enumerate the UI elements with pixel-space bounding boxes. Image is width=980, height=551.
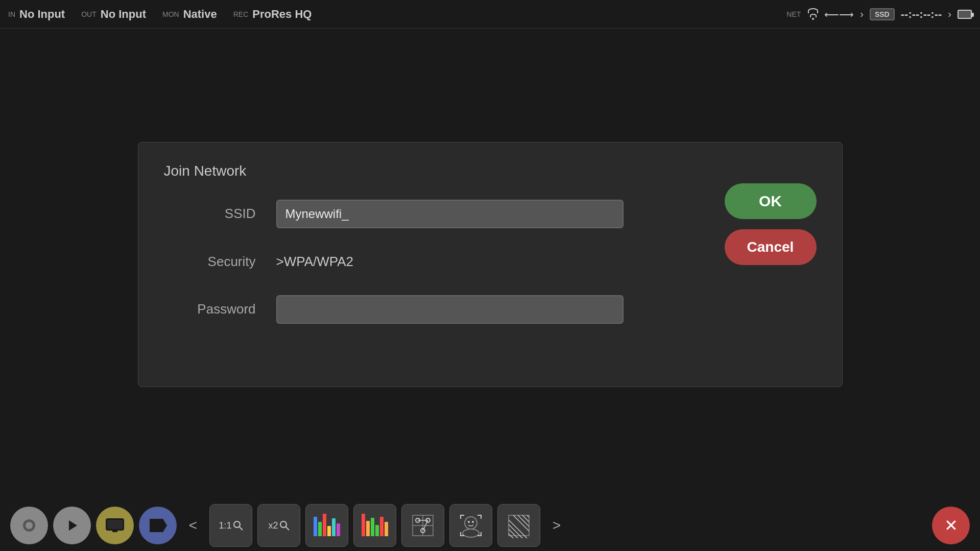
prev-button[interactable]: <	[182, 514, 204, 537]
in-value: No Input	[19, 8, 65, 21]
password-input[interactable]	[276, 295, 624, 324]
input-status: IN No Input	[8, 8, 65, 21]
dialog-title: Join Network	[164, 163, 817, 179]
join-network-dialog: Join Network SSID Security >WPA/WPA2 Pas…	[138, 142, 843, 387]
play-button[interactable]	[53, 507, 91, 544]
svg-line-10	[286, 527, 289, 530]
svg-point-22	[472, 521, 474, 523]
overlay-tool-button[interactable]	[497, 504, 540, 547]
zoom-search-icon	[233, 520, 243, 531]
audio-meter-icon	[360, 513, 390, 538]
net-label: NET	[786, 10, 801, 18]
main-area: Join Network SSID Security >WPA/WPA2 Pas…	[0, 29, 980, 500]
svg-marker-2	[69, 520, 77, 531]
ssd-chevron-icon[interactable]: ›	[948, 8, 951, 20]
zoom-x2-label: x2	[268, 520, 289, 531]
password-row: Password	[164, 295, 817, 324]
close-button[interactable]: ✕	[932, 507, 970, 544]
monitor-icon	[105, 518, 125, 533]
ssid-row: SSID	[164, 200, 817, 228]
rec-value: ProRes HQ	[252, 8, 312, 21]
svg-point-1	[26, 522, 33, 529]
audio-meter-button[interactable]	[353, 504, 396, 547]
close-icon: ✕	[944, 516, 958, 535]
svg-marker-6	[150, 519, 167, 532]
vector-icon	[410, 513, 436, 538]
svg-rect-5	[112, 530, 117, 532]
password-label: Password	[164, 301, 276, 317]
svg-point-21	[468, 521, 470, 523]
out-value: No Input	[101, 8, 146, 21]
color-bars-icon	[312, 513, 342, 538]
output-status: OUT No Input	[81, 8, 146, 21]
tag-icon	[149, 518, 167, 533]
zoom-1-1-label: 1:1	[219, 520, 243, 531]
monitor-button[interactable]	[96, 507, 134, 544]
mon-label: MON	[162, 10, 179, 18]
ssd-badge: SSD	[870, 8, 895, 20]
svg-point-19	[465, 517, 477, 529]
security-value[interactable]: >WPA/WPA2	[276, 254, 353, 270]
out-label: OUT	[81, 10, 97, 18]
svg-point-7	[234, 521, 240, 528]
ethernet-icon: ⟵⟶	[824, 8, 854, 20]
zoom-x2-button[interactable]: x2	[257, 504, 300, 547]
in-label: IN	[8, 10, 15, 18]
svg-line-28	[513, 515, 529, 531]
svg-rect-4	[107, 520, 123, 529]
overlay-icon	[506, 513, 532, 538]
mon-value: Native	[183, 8, 217, 21]
dialog-buttons: OK Cancel	[725, 183, 817, 265]
zoom-x2-search-icon	[279, 520, 290, 531]
security-label: Security	[164, 254, 276, 270]
ssid-label: SSID	[164, 206, 276, 222]
security-row: Security >WPA/WPA2	[164, 254, 817, 270]
face-detection-icon	[458, 513, 484, 538]
rec-status: REC ProRes HQ	[233, 8, 312, 21]
vector-tool-button[interactable]	[401, 504, 444, 547]
wifi-icon	[808, 8, 818, 20]
record-button[interactable]	[10, 507, 48, 544]
rec-label: REC	[233, 10, 249, 18]
play-icon	[64, 517, 80, 534]
svg-line-8	[240, 527, 243, 530]
top-bar-right: NET ⟵⟶ › SSD --:--:--:-- ›	[786, 8, 972, 21]
ok-button[interactable]: OK	[725, 183, 817, 219]
svg-point-9	[280, 521, 286, 528]
svg-line-26	[509, 529, 518, 538]
network-chevron-icon[interactable]: ›	[860, 8, 864, 20]
next-button[interactable]: >	[545, 514, 568, 537]
monitor-status: MON Native	[162, 8, 217, 21]
battery-icon	[958, 10, 972, 19]
face-detection-button[interactable]	[449, 504, 492, 547]
ssid-input[interactable]	[276, 200, 624, 228]
top-bar: IN No Input OUT No Input MON Native REC …	[0, 0, 980, 29]
color-bars-button[interactable]	[305, 504, 348, 547]
timecode: --:--:--:--	[901, 8, 942, 21]
cancel-button[interactable]: Cancel	[725, 229, 817, 265]
bottom-bar: < 1:1 x2	[0, 500, 980, 551]
svg-line-29	[518, 515, 529, 526]
record-icon	[21, 517, 37, 534]
tag-button[interactable]	[139, 507, 177, 544]
zoom-1-1-button[interactable]: 1:1	[209, 504, 252, 547]
svg-point-20	[463, 529, 479, 537]
